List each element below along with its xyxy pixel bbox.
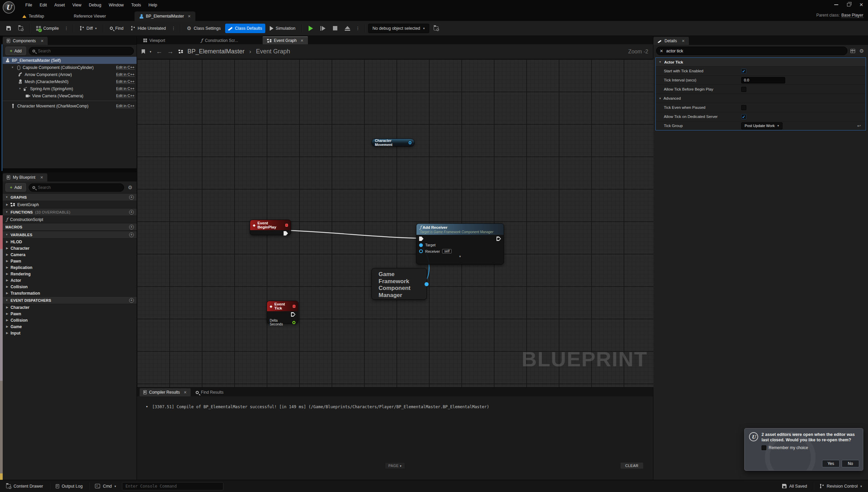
simulation-button[interactable]: Simulation xyxy=(267,24,298,33)
dispatcher-category[interactable]: ▶Game xyxy=(3,323,137,330)
expand-icon[interactable]: ▶ xyxy=(6,203,8,206)
edit-in-cpp-link[interactable]: Edit in C++ xyxy=(116,65,135,70)
menu-asset[interactable]: Asset xyxy=(51,1,69,9)
gear-icon[interactable]: ⚙ xyxy=(858,48,865,54)
close-icon[interactable]: ✕ xyxy=(184,390,187,395)
display-filter-icon[interactable] xyxy=(850,49,855,53)
node-expand-icon[interactable]: ▾ xyxy=(416,254,504,259)
reset-to-default-icon[interactable]: ↩ xyxy=(857,123,861,128)
variable-category[interactable]: ▶Rendering xyxy=(3,271,137,277)
find-button[interactable]: Find xyxy=(107,24,126,33)
tab-event-graph[interactable]: Event Graph✕ xyxy=(263,36,308,44)
play-button[interactable] xyxy=(306,23,316,33)
revision-control-button[interactable]: Revision Control▾ xyxy=(817,484,865,489)
checkbox[interactable]: ✓ xyxy=(741,105,746,110)
compile-button[interactable]: Compile xyxy=(33,24,62,33)
output-log-button[interactable]: Output Log xyxy=(53,484,86,489)
checkbox[interactable]: ✓ xyxy=(741,69,746,74)
menu-help[interactable]: Help xyxy=(145,1,161,9)
save-button[interactable] xyxy=(3,24,14,33)
add-blueprint-item-button[interactable]: +Add xyxy=(5,183,26,192)
tab-my-blueprint[interactable]: My Blueprint ✕ xyxy=(3,173,47,181)
variable-category[interactable]: ▶HLOD xyxy=(3,239,137,245)
dispatcher-category[interactable]: ▶Character xyxy=(3,304,137,311)
delta-seconds-pin[interactable] xyxy=(292,321,295,324)
exec-in-pin[interactable] xyxy=(419,237,424,241)
tab-components[interactable]: Components ✕ xyxy=(3,37,48,45)
collapse-icon[interactable]: ▼ xyxy=(11,66,14,69)
graphs-section-header[interactable]: ▼ GRAPHS + xyxy=(3,193,137,201)
component-row-self[interactable]: BP_ElementalMaster (Self) xyxy=(3,57,137,64)
variable-category[interactable]: ▶Camera xyxy=(3,251,137,258)
compile-options-icon[interactable]: ⋮ xyxy=(63,26,70,31)
node-add-receiver[interactable]: ƒ Add Receiver Target is Game Framework … xyxy=(416,223,504,265)
component-row-charmove[interactable]: Character Movement (CharMoveComp) Edit i… xyxy=(3,102,137,109)
variable-category[interactable]: ▶Character xyxy=(3,245,137,251)
node-game-framework-component-manager[interactable]: Game Framework Component Manager xyxy=(371,268,427,300)
variables-section-header[interactable]: ▼ VARIABLES + xyxy=(3,231,137,239)
my-blueprint-search[interactable] xyxy=(29,183,124,192)
exec-out-pin[interactable] xyxy=(497,237,501,241)
breadcrumb-root[interactable]: BP_ElementalMaster xyxy=(188,48,245,55)
components-search-input[interactable] xyxy=(38,49,130,53)
content-drawer-button[interactable]: Content Drawer xyxy=(3,484,46,489)
tab-close-icon[interactable]: ✕ xyxy=(188,14,191,19)
function-item-constructionscript[interactable]: ƒ ConstructionScript xyxy=(3,216,137,223)
debug-object-dropdown[interactable]: No debug object selected▾ xyxy=(368,24,429,33)
console-command-field[interactable] xyxy=(122,482,223,490)
breadcrumb-current[interactable]: Event Graph xyxy=(256,48,290,55)
console-command-input[interactable] xyxy=(125,484,220,489)
receiver-value-field[interactable]: self xyxy=(442,249,452,253)
diff-button[interactable]: Diff▾ xyxy=(77,24,100,33)
back-icon[interactable]: ← xyxy=(156,48,163,55)
menu-edit[interactable]: Edit xyxy=(36,1,51,9)
bookmark-icon[interactable] xyxy=(142,49,145,54)
close-icon[interactable]: ✕ xyxy=(300,39,304,43)
browse-asset-button[interactable] xyxy=(15,24,26,33)
tab-details[interactable]: Details ✕ xyxy=(653,37,689,45)
hide-unrelated-options-icon[interactable]: ⋮ xyxy=(170,26,177,31)
tab-find-results[interactable]: Find Results xyxy=(192,388,227,396)
restore-icon[interactable] xyxy=(847,3,850,6)
dispatcher-category[interactable]: ▶Pawn xyxy=(3,311,137,317)
tab-compiler-results[interactable]: Compiler Results ✕ xyxy=(140,388,191,396)
stop-button[interactable] xyxy=(330,24,340,33)
tab-viewport[interactable]: Viewport xyxy=(139,36,169,44)
component-row-mesh[interactable]: Mesh (CharacterMesh0) Edit in C++ xyxy=(3,78,137,85)
clear-search-icon[interactable]: ✕ xyxy=(660,49,663,53)
component-row-camera[interactable]: View Camera (ViewCamera) Edit in C++ xyxy=(3,92,137,99)
menu-tools[interactable]: Tools xyxy=(127,1,145,9)
edit-in-cpp-link[interactable]: Edit in C++ xyxy=(116,104,135,108)
component-row-springarm[interactable]: ▼ Spring Arm (SpringArm) Edit in C++ xyxy=(3,85,137,92)
tab-construction-script[interactable]: ƒConstruction Scr... xyxy=(196,36,242,44)
tab-testmap[interactable]: TestMap xyxy=(18,11,49,21)
exec-out-pin[interactable] xyxy=(284,231,288,236)
forward-icon[interactable]: → xyxy=(167,48,174,55)
menu-window[interactable]: Window xyxy=(105,1,127,9)
compile-log-line[interactable]: • [3307.51] Compile of BP_ElementalMaste… xyxy=(137,396,653,409)
object-out-pin[interactable] xyxy=(425,282,429,286)
menu-debug[interactable]: Debug xyxy=(85,1,105,9)
variable-category[interactable]: ▶Pawn xyxy=(3,258,137,264)
no-button[interactable]: No xyxy=(842,460,859,467)
details-search-input[interactable] xyxy=(666,49,843,53)
play-options-icon[interactable]: ⋮ xyxy=(355,26,361,31)
add-component-button[interactable]: +Add xyxy=(5,47,26,55)
edit-in-cpp-link[interactable]: Edit in C++ xyxy=(116,79,135,84)
variable-category[interactable]: ▶Transformation xyxy=(3,290,137,296)
target-pin[interactable] xyxy=(419,243,423,247)
details-search[interactable]: ✕ xyxy=(656,47,847,55)
close-icon[interactable]: ✕ xyxy=(859,2,863,7)
edit-in-cpp-link[interactable]: Edit in C++ xyxy=(116,94,135,98)
close-icon[interactable]: ✕ xyxy=(41,39,44,43)
actor-tick-header[interactable]: ▼ Actor Tick xyxy=(656,58,866,66)
minimize-icon[interactable] xyxy=(834,4,838,5)
components-search[interactable] xyxy=(29,47,134,55)
advanced-subheader[interactable]: ▼ Advanced xyxy=(656,94,866,103)
all-saved-button[interactable]: All Saved xyxy=(779,484,810,489)
component-row-arrow[interactable]: Arrow Component (Arrow) Edit in C++ xyxy=(3,71,137,78)
close-icon[interactable]: ✕ xyxy=(682,39,685,43)
eject-button[interactable] xyxy=(342,24,353,33)
menu-view[interactable]: View xyxy=(69,1,85,9)
remember-checkbox[interactable] xyxy=(762,445,766,450)
